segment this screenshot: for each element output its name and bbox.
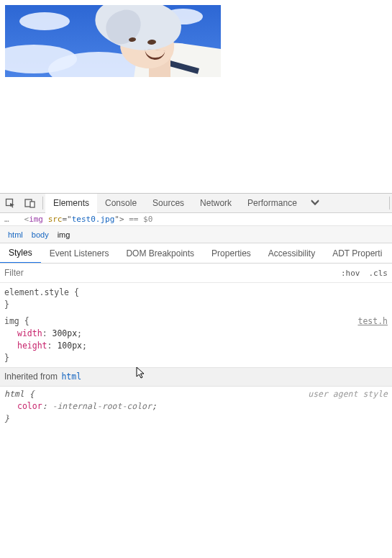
breadcrumb-html[interactable]: html [4, 229, 27, 240]
dom-attr-name: src [48, 215, 63, 224]
toolbar-separator [42, 197, 43, 210]
tab-console[interactable]: Console [97, 194, 145, 213]
stylesheet-link[interactable]: test.h [357, 315, 388, 328]
svg-rect-2 [30, 202, 35, 207]
dom-tag-name: img [29, 215, 43, 224]
close-brace: } [4, 353, 9, 363]
css-declaration[interactable]: width: 300px; [4, 328, 388, 340]
toolbar-separator [389, 197, 390, 210]
tab-network[interactable]: Network [192, 194, 240, 213]
page-viewport [0, 0, 392, 193]
breadcrumb-img[interactable]: img [53, 229, 75, 240]
user-agent-origin: user agent style [308, 388, 388, 400]
styles-subtabs: Styles Event Listeners DOM Breakpoints P… [0, 243, 392, 264]
devtools-toolbar: Elements Console Sources Network Perform… [0, 194, 392, 213]
dom-source-line[interactable]: … <img src="test0.jpg"> == $0 [0, 213, 392, 225]
content-image [5, 5, 221, 77]
devtools-tabs: Elements Console Sources Network Perform… [45, 194, 325, 213]
rule-html-ua[interactable]: user agent style html { color: -internal… [0, 387, 392, 428]
css-value: -internal-root-color [52, 401, 151, 411]
dom-attr-value: test0.jpg [72, 215, 115, 224]
css-property: height [17, 341, 47, 351]
inherited-label: Inherited from [4, 372, 60, 382]
tab-elements[interactable]: Elements [45, 194, 97, 213]
breadcrumb-body[interactable]: body [27, 229, 53, 240]
subtab-event-listeners[interactable]: Event Listeners [41, 243, 118, 264]
css-declaration[interactable]: height: 100px; [4, 340, 388, 352]
inherited-from-bar: Inherited from html [0, 367, 392, 387]
inherited-from-link[interactable]: html [61, 372, 81, 382]
subtab-dom-breakpoints[interactable]: DOM Breakpoints [117, 243, 203, 264]
tab-performance[interactable]: Performance [240, 194, 305, 213]
dom-ellipsis: … [4, 215, 10, 224]
close-brace: } [4, 300, 9, 310]
css-declaration[interactable]: color: -internal-root-color; [4, 400, 388, 413]
dom-selected-marker: == $0 [124, 215, 153, 224]
selector-text: element.style [4, 287, 69, 297]
close-brace: } [4, 413, 9, 423]
css-value: 100px [57, 341, 82, 351]
selector-text: html [4, 389, 24, 399]
css-property: color [17, 401, 42, 411]
rule-element-style[interactable]: element.style { } [0, 285, 392, 314]
cls-toggle[interactable]: .cls [365, 269, 393, 278]
inspect-element-icon[interactable] [0, 194, 20, 212]
hov-toggle[interactable]: :hov [337, 269, 365, 278]
css-property: width [17, 328, 42, 338]
tab-sources[interactable]: Sources [145, 194, 192, 213]
devtools-panel: Elements Console Sources Network Perform… [0, 193, 392, 428]
subtab-properties[interactable]: Properties [203, 243, 260, 264]
styles-pane: element.style { } test.h img { width: 30… [0, 283, 392, 428]
rule-img[interactable]: test.h img { width: 300px; height: 100px… [0, 314, 392, 367]
subtab-styles[interactable]: Styles [0, 243, 41, 264]
css-value: 300px [52, 328, 77, 338]
selector-text: img [4, 316, 19, 326]
subtab-accessibility[interactable]: Accessibility [260, 243, 324, 264]
subtab-adt-properties[interactable]: ADT Properti [324, 243, 391, 264]
styles-filter-input[interactable] [0, 268, 337, 278]
device-toolbar-icon[interactable] [20, 194, 40, 212]
styles-filter-row: :hov .cls [0, 264, 392, 283]
dom-breadcrumb: html body img [0, 225, 392, 243]
more-tabs-icon[interactable] [305, 199, 325, 207]
